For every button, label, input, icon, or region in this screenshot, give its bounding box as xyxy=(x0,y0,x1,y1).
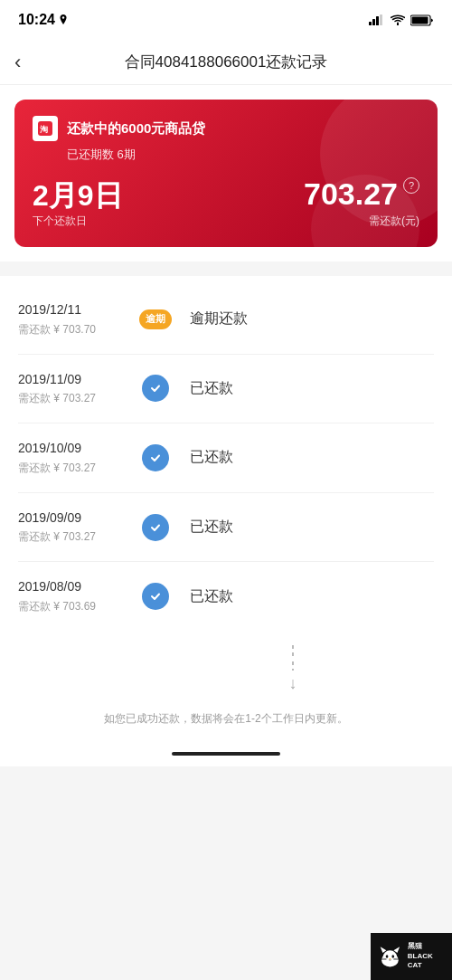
amount-due-item: 703.27 ? 需还款(元) xyxy=(304,177,419,229)
timeline-item: 2019/11/09 需还款 ¥ 703.27 已还款 xyxy=(0,355,452,423)
timeline-date: 2019/12/11 xyxy=(18,301,136,319)
timeline-dot-paid xyxy=(142,444,169,471)
wifi-icon xyxy=(391,14,405,25)
footer-note: 如您已成功还款，数据将会在1-2个工作日内更新。 xyxy=(0,697,452,745)
status-icons xyxy=(369,14,434,26)
dotted-line-2 xyxy=(292,661,294,671)
timeline-item-center xyxy=(136,375,175,402)
back-button[interactable]: ‹ xyxy=(14,51,21,74)
timeline-continuation: ↓ xyxy=(0,640,452,697)
timeline-item-right: 已还款 xyxy=(175,379,434,398)
timeline-status-text: 已还款 xyxy=(190,519,233,534)
timeline-row-wrapper: 2019/09/09 需还款 ¥ 703.27 已还款 xyxy=(0,493,452,563)
svg-rect-1 xyxy=(369,22,372,25)
timeline-item-center xyxy=(136,514,175,541)
status-time: 10:24 xyxy=(18,12,68,28)
card-logo: 淘 xyxy=(33,116,58,141)
svg-rect-6 xyxy=(412,16,428,24)
timeline-item: 2019/09/09 需还款 ¥ 703.27 已还款 xyxy=(0,493,452,562)
check-icon xyxy=(148,451,163,465)
check-icon xyxy=(148,589,163,604)
timeline-item-center: 逾期 xyxy=(136,309,175,329)
timeline-status-text: 逾期还款 xyxy=(190,310,248,326)
timeline-dot-paid xyxy=(142,583,169,610)
amount-due: 703.27 xyxy=(304,178,398,209)
card-info-row: 2月9日 下个还款日 703.27 ? 需还款(元) xyxy=(33,177,419,229)
watermark-text: 黑猫 BLACK CAT xyxy=(408,942,445,970)
question-icon[interactable]: ? xyxy=(403,177,419,194)
timeline-status-text: 已还款 xyxy=(190,588,233,604)
svg-rect-4 xyxy=(380,14,382,25)
svg-point-17 xyxy=(386,955,389,957)
timeline-item: 2019/10/09 需还款 ¥ 703.27 已还款 xyxy=(0,423,452,492)
taobao-icon: 淘 xyxy=(36,119,54,138)
timeline-row-wrapper: 2019/08/09 需还款 ¥ 703.69 已还款 xyxy=(0,562,452,631)
dotted-line xyxy=(292,645,294,660)
timeline-row-wrapper: 2019/10/09 需还款 ¥ 703.27 已还款 xyxy=(0,423,452,493)
svg-point-9 xyxy=(148,381,163,395)
timeline-dot-overdue: 逾期 xyxy=(139,309,172,329)
watermark: 黑猫 BLACK CAT xyxy=(371,933,452,980)
timeline-dot-paid xyxy=(142,514,169,541)
section-spacer xyxy=(0,262,452,276)
card-container: 淘 还款中的6000元商品贷 已还期数 6期 2月9日 下个还款日 703.27… xyxy=(0,85,452,247)
timeline-dot-paid xyxy=(142,375,169,402)
svg-rect-2 xyxy=(372,19,375,25)
timeline-item-left: 2019/08/09 需还款 ¥ 703.69 xyxy=(18,578,136,614)
overdue-label: 逾期 xyxy=(146,312,165,326)
timeline-item-left: 2019/12/11 需还款 ¥ 703.70 xyxy=(18,301,136,338)
timeline-item-right: 已还款 xyxy=(175,587,434,606)
svg-text:淘: 淘 xyxy=(40,125,48,134)
svg-point-18 xyxy=(391,955,394,957)
home-indicator-wrap xyxy=(0,745,452,766)
svg-point-19 xyxy=(389,958,391,959)
svg-point-12 xyxy=(148,589,163,604)
timeline-item-left: 2019/10/09 需还款 ¥ 703.27 xyxy=(18,440,136,476)
card-subtitle: 已还期数 6期 xyxy=(67,147,419,163)
next-pay-date-item: 2月9日 下个还款日 xyxy=(33,181,123,229)
timeline-item-right: 已还款 xyxy=(175,448,434,467)
timeline-item-left: 2019/11/09 需还款 ¥ 703.27 xyxy=(18,371,136,407)
down-arrow-icon: ↓ xyxy=(289,674,297,693)
card-header: 淘 还款中的6000元商品贷 xyxy=(33,116,419,141)
check-icon xyxy=(148,520,163,535)
timeline-status-text: 已还款 xyxy=(190,380,233,395)
svg-point-10 xyxy=(148,451,163,465)
timeline-container: 2019/12/11 需还款 ¥ 703.70 逾期逾期还款 2019/11/0… xyxy=(0,276,452,640)
black-cat-icon xyxy=(378,943,402,970)
home-indicator xyxy=(172,752,280,756)
timeline-amount: 需还款 ¥ 703.69 xyxy=(18,599,136,614)
battery-icon xyxy=(410,14,434,26)
card-bottom-spacer xyxy=(0,247,452,262)
timeline-item-left: 2019/09/09 需还款 ¥ 703.27 xyxy=(18,509,136,546)
page-title: 合同4084188066001还款记录 xyxy=(125,52,328,72)
timeline-item: 2019/12/11 需还款 ¥ 703.70 逾期逾期还款 xyxy=(0,285,452,354)
svg-marker-16 xyxy=(393,947,400,953)
timeline-item-right: 逾期还款 xyxy=(175,309,434,328)
svg-point-0 xyxy=(62,16,64,18)
location-icon xyxy=(59,14,68,25)
timeline-amount: 需还款 ¥ 703.27 xyxy=(18,391,136,406)
timeline-item-center xyxy=(136,583,175,610)
svg-marker-15 xyxy=(381,947,387,953)
check-icon xyxy=(148,381,163,395)
timeline-date: 2019/10/09 xyxy=(18,440,136,458)
svg-point-11 xyxy=(148,520,163,535)
timeline-date: 2019/11/09 xyxy=(18,371,136,389)
card-title: 还款中的6000元商品贷 xyxy=(67,120,205,138)
timeline-item: 2019/08/09 需还款 ¥ 703.69 已还款 xyxy=(0,562,452,631)
timeline-item-center xyxy=(136,444,175,471)
status-bar: 10:24 xyxy=(0,0,452,40)
nav-bar: ‹ 合同4084188066001还款记录 xyxy=(0,40,452,85)
timeline-row-wrapper: 2019/11/09 需还款 ¥ 703.27 已还款 xyxy=(0,355,452,424)
svg-point-14 xyxy=(382,950,397,965)
amount-due-label: 需还款(元) xyxy=(304,214,419,229)
timeline-amount: 需还款 ¥ 703.27 xyxy=(18,529,136,545)
summary-card: 淘 还款中的6000元商品贷 已还期数 6期 2月9日 下个还款日 703.27… xyxy=(14,100,438,247)
timeline-row-wrapper: 2019/12/11 需还款 ¥ 703.70 逾期逾期还款 xyxy=(0,285,452,355)
svg-rect-3 xyxy=(376,16,379,25)
next-pay-date: 2月9日 xyxy=(33,181,123,210)
timeline-date: 2019/08/09 xyxy=(18,578,136,596)
timeline-date: 2019/09/09 xyxy=(18,509,136,528)
signal-icon xyxy=(369,14,385,25)
